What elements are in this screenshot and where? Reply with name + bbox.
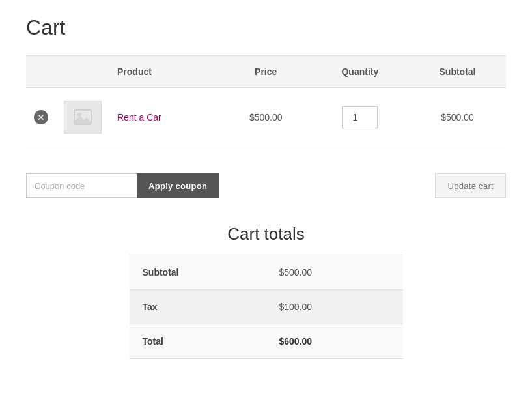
col-header-product: Product [109, 56, 221, 88]
totals-value: $500.00 [266, 255, 403, 290]
image-placeholder-icon [74, 109, 92, 125]
totals-value: $100.00 [266, 290, 403, 324]
totals-value: $600.00 [266, 324, 403, 359]
page-title: Cart [26, 16, 506, 40]
product-image-placeholder [64, 101, 102, 134]
table-row: ✕ Rent a Car $500.00 $500.00 [26, 88, 506, 147]
coupon-row: Apply coupon Update cart [26, 163, 506, 214]
totals-row: Tax $100.00 [130, 290, 403, 324]
coupon-input[interactable] [26, 173, 137, 198]
col-header-price: Price [221, 56, 311, 88]
remove-icon: ✕ [34, 110, 48, 124]
totals-label: Subtotal [130, 255, 266, 290]
quantity-cell [311, 88, 409, 147]
update-cart-button[interactable]: Update cart [435, 173, 506, 198]
totals-label: Total [130, 324, 266, 359]
totals-table: Subtotal $500.00 Tax $100.00 Total $600.… [130, 255, 403, 359]
col-header-image [56, 56, 109, 88]
product-link[interactable]: Rent a Car [117, 112, 161, 122]
col-header-remove [26, 56, 56, 88]
col-header-subtotal: Subtotal [409, 56, 506, 88]
remove-cell: ✕ [26, 88, 56, 147]
price-cell: $500.00 [221, 88, 311, 147]
svg-point-1 [77, 113, 81, 117]
quantity-input[interactable] [342, 106, 378, 128]
remove-button[interactable]: ✕ [34, 110, 48, 124]
subtotal-cell: $500.00 [409, 88, 506, 147]
totals-row: Subtotal $500.00 [130, 255, 403, 290]
cart-table: Product Price Quantity Subtotal ✕ [26, 55, 506, 147]
totals-row: Total $600.00 [130, 324, 403, 359]
cart-totals-title: Cart totals [130, 224, 403, 244]
product-image-cell [56, 88, 109, 147]
coupon-area: Apply coupon [26, 173, 219, 198]
col-header-quantity: Quantity [311, 56, 409, 88]
svg-marker-2 [74, 116, 91, 124]
totals-label: Tax [130, 290, 266, 324]
apply-coupon-button[interactable]: Apply coupon [137, 173, 219, 198]
product-name-cell: Rent a Car [109, 88, 221, 147]
cart-totals-section: Cart totals Subtotal $500.00 Tax $100.00… [130, 224, 403, 359]
